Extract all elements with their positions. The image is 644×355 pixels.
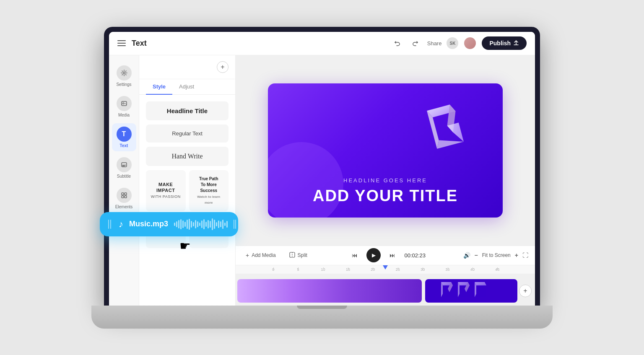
drag-handles [108, 220, 111, 229]
svg-point-0 [123, 72, 125, 74]
svg-marker-21 [475, 282, 486, 285]
svg-rect-6 [122, 196, 124, 198]
canvas-card: HEADLINE GOES HERE ADD YOUR TITLE [268, 83, 503, 218]
prev-button[interactable]: ⏮ [348, 249, 361, 262]
page-title: Text [132, 39, 147, 48]
laptop-base [91, 306, 553, 329]
playback-controls: ⏮ ▶ ⏭ 00:02:23 [348, 248, 426, 262]
subtitle-icon [117, 157, 132, 172]
panel: + Style Adjust Headline Title Regular Te… [139, 55, 236, 308]
template-impact[interactable]: MAKE IMPACTWith Passion [146, 170, 186, 211]
svg-rect-4 [122, 193, 124, 195]
music-icon: ♪ [119, 219, 123, 230]
g-logo [415, 96, 482, 163]
canvas-view[interactable]: HEADLINE GOES HERE ADD YOUR TITLE [236, 55, 535, 246]
avatar-photo [463, 36, 477, 50]
settings-icon [117, 65, 132, 80]
panel-tabs: Style Adjust [139, 79, 235, 95]
sidebar-icons: Settings Media [109, 55, 139, 308]
right-drag-handles [234, 220, 236, 229]
share-label: Share [427, 40, 442, 47]
timeline-right-controls: 🔊 − Fit to Screen + ⛶ [463, 252, 528, 259]
next-button[interactable]: ⏭ [386, 249, 399, 262]
timeline-bar: + Add Media Split [236, 246, 535, 265]
svg-rect-1 [122, 101, 127, 106]
fit-screen-label: Fit to Screen [482, 252, 511, 258]
headline-style-button[interactable]: Headline Title [146, 101, 229, 120]
undo-button[interactable] [390, 36, 404, 50]
play-button[interactable]: ▶ [366, 248, 381, 262]
menu-icon[interactable] [117, 39, 127, 48]
split-icon [289, 252, 295, 259]
panel-header: + [139, 55, 235, 79]
track-content: + [236, 274, 535, 308]
track-segment-gradient[interactable] [237, 279, 422, 303]
zoom-plus[interactable]: + [515, 252, 518, 259]
media-icon [117, 96, 132, 111]
redo-button[interactable] [409, 36, 422, 50]
music-name: Music.mp3 [129, 220, 168, 228]
add-media-button[interactable]: + Add Media [242, 250, 279, 260]
tab-style[interactable]: Style [146, 79, 172, 95]
text-icon: T [117, 127, 132, 142]
topbar-right: Share SK Publish [390, 36, 527, 50]
svg-rect-5 [125, 193, 127, 195]
cursor-hand: ☛ [179, 238, 191, 253]
waveform [174, 218, 228, 231]
avatar-sk: SK [447, 37, 458, 49]
music-card[interactable]: ♪ Music.mp3 [100, 212, 238, 236]
publish-button[interactable]: Publish [482, 36, 527, 50]
sidebar-item-settings[interactable]: Settings [112, 62, 136, 90]
template-success[interactable]: True PathTo More SuccessWatch to learn m… [189, 170, 229, 211]
sidebar-item-media[interactable]: Media [112, 93, 136, 121]
canvas-headline: HEADLINE GOES HERE [313, 177, 458, 184]
main-content: Settings Media [109, 55, 535, 308]
track-add-button[interactable]: + [519, 285, 532, 297]
sidebar-item-text[interactable]: T Text [112, 123, 136, 151]
sidebar-label-subtitle: Subtitle [117, 174, 131, 179]
track-segment-logo[interactable] [425, 279, 517, 303]
time-display: 00:02:23 [404, 252, 426, 259]
fullscreen-icon[interactable]: ⛶ [522, 252, 528, 259]
sidebar-label-media: Media [118, 113, 130, 117]
sidebar-label-text: Text [120, 143, 128, 148]
split-button[interactable]: Split [286, 250, 311, 261]
sidebar-item-elements[interactable]: Elements [112, 184, 136, 212]
regular-style-button[interactable]: Regular Text [146, 124, 229, 143]
add-media-icon: + [246, 252, 249, 259]
elements-icon [117, 188, 132, 203]
timeline-track: + [236, 274, 535, 308]
topbar-left: Text [117, 39, 147, 48]
playhead[interactable] [383, 265, 388, 269]
zoom-minus[interactable]: − [475, 252, 478, 259]
split-label: Split [298, 252, 307, 258]
sidebar-item-subtitle[interactable]: Subtitle [112, 154, 136, 182]
sidebar-label-elements: Elements [115, 205, 133, 209]
canvas-area: HEADLINE GOES HERE ADD YOUR TITLE + Add … [236, 55, 535, 308]
add-button[interactable]: + [217, 61, 229, 73]
ruler: 0 5 10 15 20 25 30 35 40 45 [236, 265, 535, 274]
canvas-title: ADD YOUR TITLE [313, 187, 458, 205]
svg-rect-7 [125, 196, 127, 198]
templates-grid: MAKE IMPACTWith Passion True PathTo More… [146, 170, 229, 248]
topbar: Text [109, 32, 535, 55]
handwrite-style-button[interactable]: Hand Write [146, 147, 229, 166]
sidebar-label-settings: Settings [116, 82, 131, 87]
add-media-label: Add Media [252, 252, 275, 258]
tab-adjust[interactable]: Adjust [172, 79, 201, 95]
volume-icon[interactable]: 🔊 [463, 252, 470, 259]
